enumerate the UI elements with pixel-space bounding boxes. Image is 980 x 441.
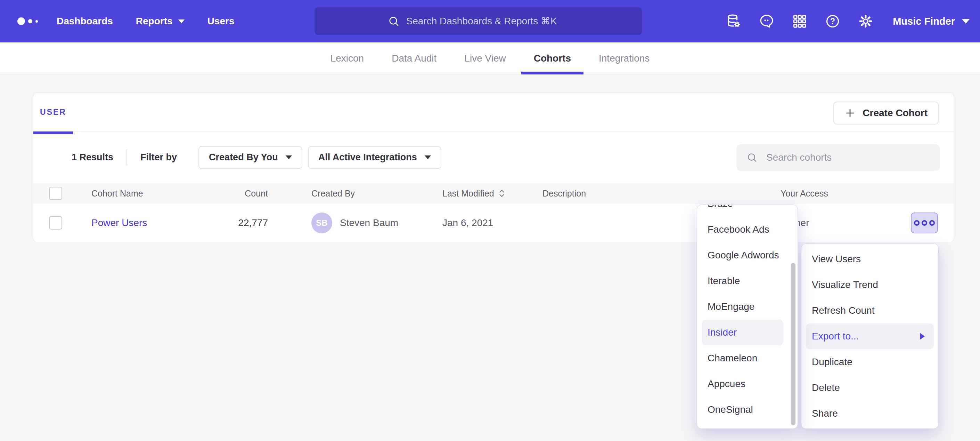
last-modified-date: Jan 6, 2021 [442, 217, 542, 228]
menu-item-refresh-count[interactable]: Refresh Count [801, 298, 938, 323]
chevron-down-icon [178, 19, 185, 23]
nav-link-label: Users [207, 16, 235, 27]
menu-item-duplicate[interactable]: Duplicate [801, 349, 938, 375]
menu-item-label: Export to... [812, 331, 859, 342]
submenu-arrow-icon [920, 333, 925, 340]
brand-logo[interactable] [18, 18, 50, 25]
menu-item-label: OneSignal [708, 404, 753, 415]
row-context-menu: View Users Visualize Trend Refresh Count… [801, 243, 939, 429]
select-all-checkbox[interactable] [49, 187, 62, 200]
cohort-search[interactable] [737, 144, 940, 171]
menu-item-label: Chameleon [708, 353, 757, 364]
tab-label: Cohorts [534, 53, 571, 64]
created-by-cell: SB Steven Baum [311, 213, 442, 233]
menu-item-label: Facebook Ads [708, 224, 769, 235]
submenu-item-moengage[interactable]: MoEngage [697, 294, 797, 320]
cohort-type-tabs: USER Create Cohort [33, 93, 954, 132]
nav-link-dashboards[interactable]: Dashboards [57, 16, 113, 27]
menu-item-visualize-trend[interactable]: Visualize Trend [801, 272, 938, 298]
tab-data-audit[interactable]: Data Audit [379, 42, 449, 74]
filter-by-label: Filter by [140, 152, 177, 163]
divider [127, 150, 127, 166]
sort-icon [498, 189, 505, 198]
cohort-count: 22,777 [195, 217, 268, 228]
support-chat-icon[interactable] [759, 13, 775, 29]
submenu-item-braze[interactable]: Braze [697, 205, 797, 217]
menu-item-view-users[interactable]: View Users [801, 246, 938, 272]
create-cohort-button[interactable]: Create Cohort [834, 102, 939, 125]
nav-link-users[interactable]: Users [207, 16, 235, 27]
filter-toolbar: 1 Results Filter by Created By You All A… [33, 132, 954, 183]
tab-integrations[interactable]: Integrations [586, 42, 662, 74]
apps-grid-icon[interactable] [792, 13, 808, 29]
menu-item-label: Delete [812, 382, 840, 393]
cohort-search-input[interactable] [766, 152, 930, 163]
tab-cohorts[interactable]: Cohorts [521, 42, 584, 74]
project-name: Music Finder [893, 16, 955, 27]
help-icon[interactable]: ? [825, 13, 841, 29]
navbar-right-actions: ? Music Finder [725, 0, 970, 42]
col-your-access: Your Access [781, 189, 954, 198]
logo-dot-large [18, 18, 25, 25]
chevron-down-icon [286, 155, 292, 159]
logo-dot-small [35, 20, 38, 22]
submenu-scrollbar[interactable] [791, 263, 795, 425]
project-switcher[interactable]: Music Finder [893, 16, 970, 27]
more-options-button[interactable] [911, 213, 938, 233]
submenu-item-insider[interactable]: Insider [702, 320, 783, 345]
plus-icon [845, 107, 856, 118]
col-cohort-name: Cohort Name [91, 189, 195, 198]
submenu-item-google-adwords[interactable]: Google Adwords [697, 243, 797, 268]
tab-label: Live View [464, 53, 506, 64]
column-label: Last Modified [442, 189, 494, 198]
menu-item-share[interactable]: Share [801, 401, 938, 427]
logo-dot-medium [28, 19, 32, 23]
integrations-filter-dropdown[interactable]: All Active Integrations [308, 146, 441, 169]
nav-link-reports[interactable]: Reports [136, 16, 185, 27]
tab-user-cohorts[interactable]: USER [33, 93, 73, 134]
global-search[interactable] [315, 7, 642, 35]
submenu-item-iterable[interactable]: Iterable [697, 268, 797, 294]
menu-item-label: Visualize Trend [812, 279, 878, 291]
col-created-by: Created By [311, 189, 442, 198]
submenu-item-chameleon[interactable]: Chameleon [697, 345, 797, 371]
submenu-item-facebook-ads[interactable]: Facebook Ads [697, 217, 797, 243]
search-icon [388, 15, 400, 27]
menu-item-label: View Users [812, 254, 861, 265]
tab-label: Lexicon [331, 53, 364, 64]
tab-live-view[interactable]: Live View [452, 42, 518, 74]
global-search-input[interactable] [406, 16, 570, 27]
submenu-item-onesignal[interactable]: OneSignal [697, 397, 797, 423]
search-icon [746, 152, 758, 163]
more-dots-icon [929, 220, 935, 226]
col-description: Description [542, 189, 781, 198]
menu-item-label: Refresh Count [812, 305, 875, 316]
cohort-name-link[interactable]: Power Users [91, 217, 147, 228]
menu-item-label: MoEngage [708, 301, 754, 312]
menu-item-label: Share [812, 408, 838, 419]
created-by-filter-dropdown[interactable]: Created By You [199, 146, 302, 169]
results-count: 1 Results [72, 152, 113, 163]
menu-item-delete[interactable]: Delete [801, 375, 938, 401]
row-checkbox[interactable] [49, 216, 62, 230]
menu-item-label: Google Adwords [708, 250, 779, 261]
col-last-modified[interactable]: Last Modified [442, 189, 542, 198]
more-dots-icon [922, 220, 927, 226]
data-settings-icon[interactable] [725, 13, 741, 29]
col-count: Count [195, 189, 268, 198]
menu-item-label: Iterable [708, 275, 740, 287]
settings-gear-icon[interactable] [858, 13, 873, 29]
table-row: Power Users 22,777 SB Steven Baum Jan 6,… [33, 204, 954, 242]
export-submenu: Braze Facebook Ads Google Adwords Iterab… [697, 205, 798, 429]
menu-item-export-to[interactable]: Export to... [806, 323, 934, 349]
tab-lexicon[interactable]: Lexicon [318, 42, 377, 74]
submenu-item-appcues[interactable]: Appcues [697, 371, 797, 397]
svg-text:?: ? [830, 17, 835, 26]
chevron-down-icon [425, 155, 431, 159]
create-cohort-label: Create Cohort [862, 107, 928, 118]
more-dots-icon [914, 220, 920, 226]
top-navbar: Dashboards Reports Users [0, 0, 980, 42]
created-by-name: Steven Baum [340, 217, 398, 228]
tab-label: Integrations [599, 53, 649, 64]
avatar: SB [311, 213, 332, 233]
